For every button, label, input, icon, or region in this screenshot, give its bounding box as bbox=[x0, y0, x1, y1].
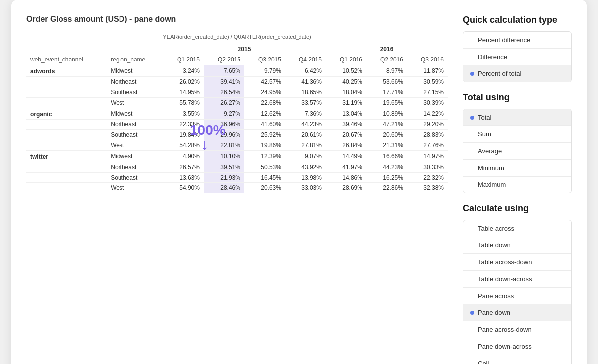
cell-value: 10.89% bbox=[366, 108, 407, 120]
empty-header-2 bbox=[107, 44, 163, 54]
cell-value: 41.36% bbox=[285, 77, 326, 87]
cell-value: 44.23% bbox=[285, 120, 326, 130]
table-row: West54.28%22.81%19.86%27.81%26.84%21.31%… bbox=[26, 140, 448, 151]
cell-value: 7.65% bbox=[204, 65, 244, 77]
cell-value: 47.21% bbox=[366, 120, 407, 130]
selected-dot-total bbox=[470, 116, 474, 120]
cell-value: 9.07% bbox=[285, 151, 326, 162]
table-row: organicMidwest3.55%9.27%12.62%7.36%13.04… bbox=[26, 108, 448, 120]
option-table-down[interactable]: Table down bbox=[463, 237, 571, 253]
cell-channel: adwords bbox=[26, 65, 107, 77]
table-row: Southeast13.63%21.93%16.45%13.98%14.86%1… bbox=[26, 173, 448, 183]
cell-value: 29.96% bbox=[204, 130, 244, 140]
cell-value: 14.49% bbox=[326, 151, 366, 162]
option-pane-across-down[interactable]: Pane across-down bbox=[463, 321, 571, 338]
total-using-title: Total using bbox=[463, 92, 572, 103]
option-sum[interactable]: Sum bbox=[463, 126, 571, 142]
cell-value: 10.10% bbox=[204, 151, 244, 162]
cell-value: 14.86% bbox=[326, 173, 366, 183]
option-maximum[interactable]: Maximum bbox=[463, 177, 571, 193]
cell-value: 14.95% bbox=[163, 87, 204, 98]
option-minimum[interactable]: Minimum bbox=[463, 160, 571, 176]
cell-region: Southeast bbox=[107, 173, 163, 183]
cell-region: Southeast bbox=[107, 130, 163, 140]
col-header-channel: web_event_channel bbox=[26, 54, 107, 65]
cell-region: Midwest bbox=[107, 108, 163, 120]
selected-dot-percent-of-total bbox=[470, 72, 474, 76]
cell-region: West bbox=[107, 183, 163, 193]
empty-header-1 bbox=[26, 44, 107, 54]
cell-channel bbox=[26, 120, 107, 130]
calc-using-options: Table across Table down Table across-dow… bbox=[463, 220, 572, 364]
cell-value: 22.32% bbox=[407, 173, 448, 183]
cell-value: 4.90% bbox=[163, 151, 204, 162]
cell-region: Northeast bbox=[107, 162, 163, 173]
cell-value: 3.24% bbox=[163, 65, 204, 77]
option-total[interactable]: Total bbox=[463, 109, 571, 125]
cell-value: 17.71% bbox=[366, 87, 407, 98]
quick-calc-title: Quick calculation type bbox=[463, 15, 572, 25]
quick-calc-options: Percent difference Difference Percent of… bbox=[463, 31, 572, 82]
cell-value: 26.57% bbox=[163, 162, 204, 173]
col-header-q3-2016: Q3 2016 bbox=[407, 54, 448, 65]
cell-value: 28.83% bbox=[407, 130, 448, 140]
cell-value: 13.98% bbox=[285, 173, 326, 183]
cell-channel: organic bbox=[26, 108, 107, 120]
col-header-q4-2015: Q4 2015 bbox=[285, 54, 326, 65]
cell-value: 25.92% bbox=[244, 130, 285, 140]
table-row: Northeast22.33%36.96%41.60%44.23%39.46%4… bbox=[26, 120, 448, 130]
cell-value: 41.60% bbox=[244, 120, 285, 130]
cell-region: West bbox=[107, 98, 163, 108]
cell-value: 26.54% bbox=[204, 87, 244, 98]
cell-value: 16.66% bbox=[366, 151, 407, 162]
option-pane-down[interactable]: Pane down bbox=[463, 304, 571, 321]
cell-value: 33.03% bbox=[285, 183, 326, 193]
cell-channel bbox=[26, 77, 107, 87]
cell-channel: twitter bbox=[26, 151, 107, 162]
cell-value: 10.52% bbox=[326, 65, 366, 77]
option-table-across-down[interactable]: Table across-down bbox=[463, 254, 571, 270]
cell-value: 24.95% bbox=[244, 87, 285, 98]
cell-value: 54.90% bbox=[163, 183, 204, 193]
cell-value: 12.62% bbox=[244, 108, 285, 120]
cell-value: 36.96% bbox=[204, 120, 244, 130]
option-percent-difference[interactable]: Percent difference bbox=[463, 32, 571, 48]
table-row: Northeast26.02%39.41%42.57%41.36%40.25%5… bbox=[26, 77, 448, 87]
cell-value: 40.25% bbox=[326, 77, 366, 87]
cell-value: 26.84% bbox=[326, 140, 366, 151]
cell-value: 39.41% bbox=[204, 77, 244, 87]
cell-value: 18.65% bbox=[285, 87, 326, 98]
option-percent-of-total[interactable]: Percent of total bbox=[463, 65, 571, 82]
option-table-across[interactable]: Table across bbox=[463, 220, 571, 237]
cell-value: 12.39% bbox=[244, 151, 285, 162]
table-row: Southeast19.84%29.96%25.92%20.61%20.67%2… bbox=[26, 130, 448, 140]
table-row: West55.78%26.27%22.68%33.57%31.19%19.65%… bbox=[26, 98, 448, 108]
chart-title: Order Gloss amount (USD) - pane down bbox=[26, 15, 448, 24]
cell-region: West bbox=[107, 140, 163, 151]
cell-value: 18.04% bbox=[326, 87, 366, 98]
cell-channel bbox=[26, 130, 107, 140]
col-header-q1-2015: Q1 2015 bbox=[163, 54, 204, 65]
cell-value: 32.38% bbox=[407, 183, 448, 193]
option-pane-across[interactable]: Pane across bbox=[463, 288, 571, 304]
option-difference[interactable]: Difference bbox=[463, 49, 571, 65]
table-row: twitterMidwest4.90%10.10%12.39%9.07%14.4… bbox=[26, 151, 448, 162]
selected-dot-pane-down bbox=[470, 311, 474, 315]
option-pane-down-across[interactable]: Pane down-across bbox=[463, 338, 571, 355]
cell-value: 44.23% bbox=[366, 162, 407, 173]
cell-value: 19.65% bbox=[366, 98, 407, 108]
cell-region: Midwest bbox=[107, 65, 163, 77]
option-average[interactable]: Average bbox=[463, 143, 571, 159]
cell-value: 29.20% bbox=[407, 120, 448, 130]
cell-value: 27.76% bbox=[407, 140, 448, 151]
cell-value: 50.53% bbox=[244, 162, 285, 173]
cell-value: 9.79% bbox=[244, 65, 285, 77]
cell-value: 13.04% bbox=[326, 108, 366, 120]
option-table-down-across[interactable]: Table down-across bbox=[463, 271, 571, 287]
option-cell[interactable]: Cell bbox=[463, 355, 571, 364]
cell-value: 20.63% bbox=[244, 183, 285, 193]
cell-value: 20.60% bbox=[366, 130, 407, 140]
cell-value: 54.28% bbox=[163, 140, 204, 151]
cell-value: 19.84% bbox=[163, 130, 204, 140]
cell-region: Midwest bbox=[107, 151, 163, 162]
